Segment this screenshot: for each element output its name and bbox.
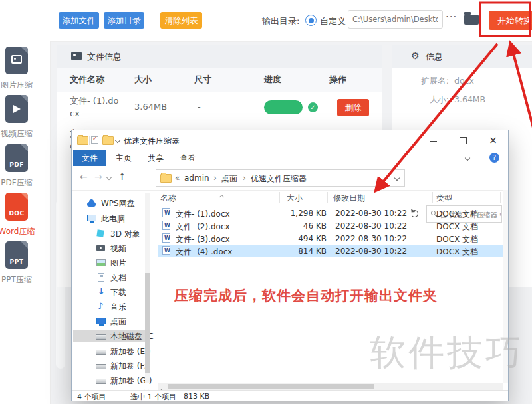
image-file-icon	[5, 47, 28, 74]
file-name: 文件- (1).docx	[176, 209, 230, 220]
sidebar-item-label: PDF压缩	[0, 177, 43, 189]
file-name: 文件- (3).docx	[176, 234, 230, 245]
column-header: 尺寸	[194, 74, 211, 86]
nav-scrollbar-thumb[interactable]	[145, 273, 150, 373]
status-selected-count: 选中 1 个项目	[130, 392, 176, 402]
file-date: 2022-08-30 10:22	[335, 209, 407, 218]
annotation-note: 压缩完成后，软件会自动打开输出文件夹	[174, 286, 438, 305]
file-type: DOCX 文档	[436, 247, 478, 258]
sidebar-item-label: 视频压缩	[0, 128, 43, 140]
explorer-statusbar: 4 个项目 选中 1 个项目 813 KB	[72, 390, 508, 401]
panel-title: 文件信息	[87, 51, 122, 63]
file-table-header: 文件名称 大小 尺寸 进度 操作	[57, 68, 382, 92]
ppt-file-icon: PPT	[5, 241, 28, 269]
custom-radio-label: 自定义	[320, 15, 346, 27]
app-sidebar: 图片压缩 视频压缩 PDF PDF压缩 DOC Word压缩 PPT PPT压缩	[0, 41, 51, 404]
video-file-icon	[5, 95, 28, 123]
sidebar-item-pdf-compress[interactable]: PDF PDF压缩	[0, 144, 43, 189]
file-date: 2022-08-30 10:22	[335, 234, 407, 243]
word-file-icon	[162, 246, 170, 255]
column-header: 操作	[329, 74, 346, 86]
sidebar-item-ppt-compress[interactable]: PPT PPT压缩	[0, 241, 43, 286]
ext-label: 扩展名:	[392, 76, 449, 87]
sidebar-item-label: Word压缩	[0, 226, 43, 237]
column-header: 进度	[264, 74, 281, 86]
gear-icon	[411, 50, 421, 60]
file-size: 1,298 KB	[271, 209, 327, 218]
delete-button[interactable]: 删除	[337, 99, 369, 116]
progress-bar	[264, 100, 303, 114]
sidebar-item-video-compress[interactable]: 视频压缩	[0, 95, 43, 140]
panel-title: 信息	[426, 51, 443, 63]
column-header: 大小	[134, 74, 152, 86]
picture-icon	[71, 52, 82, 60]
explorer-file-row[interactable]: 文件- (3).docx 494 KB 2022-08-30 10:22 DOC…	[158, 232, 503, 245]
word-file-icon	[162, 208, 170, 217]
doc-file-icon: DOC	[5, 193, 28, 221]
explorer-file-row[interactable]: 文件- (1).docx 1,298 KB 2022-08-30 10:22 D…	[158, 207, 503, 219]
file-size: 494 KB	[271, 234, 327, 243]
start-convert-button[interactable]: 开始转换	[489, 11, 532, 30]
add-directory-button[interactable]: 添加目录	[104, 12, 144, 29]
file-info-panel-header: 文件信息	[57, 45, 382, 68]
done-check-icon: ✓	[308, 102, 318, 112]
file-type: DOCX 文档	[436, 209, 478, 220]
explorer-file-row[interactable]: 文件- (4) .docx 814 KB 2022-08-30 10:22 DO…	[158, 245, 503, 257]
pdf-file-icon: PDF	[5, 144, 28, 172]
clear-list-button[interactable]: 清除列表	[160, 12, 202, 29]
horizontal-scrollbar-thumb[interactable]	[168, 384, 374, 389]
output-path-input[interactable]	[348, 10, 443, 29]
browse-more-button[interactable]: ···	[446, 11, 457, 23]
info-panel-header: 信息	[392, 45, 532, 68]
ext-value: docx	[454, 76, 474, 86]
sidebar-item-label: PPT压缩	[0, 274, 43, 286]
status-item-count: 4 个项目	[77, 392, 106, 402]
output-dir-label: 输出目录:	[262, 15, 299, 27]
word-file-icon	[162, 221, 170, 230]
file-date: 2022-08-30 10:22	[335, 221, 407, 231]
file-size: 3.64MB	[134, 102, 167, 112]
open-folder-icon[interactable]	[464, 15, 479, 25]
screenshot-root: 添加文件 添加目录 清除列表 输出目录: 自定义 ··· 开始转换 图片压缩 视…	[0, 0, 532, 404]
size-value: 3.64MB	[454, 94, 485, 104]
file-type: DOCX 文档	[436, 234, 478, 245]
column-header: 文件名称	[70, 74, 104, 86]
file-type: DOCX 文档	[436, 221, 478, 233]
app-toolbar: 添加文件 添加目录 清除列表 输出目录: 自定义 ··· 开始转换	[0, 0, 532, 42]
explorer-file-row[interactable]: 文件- (2).docx 46 KB 2022-08-30 10:22 DOCX…	[158, 219, 503, 232]
file-date: 2022-08-30 10:22	[335, 247, 407, 256]
sidebar-item-label: 图片压缩	[0, 80, 43, 91]
sidebar-item-image-compress[interactable]: 图片压缩	[0, 47, 43, 91]
file-name: 文件- (4) .docx	[176, 247, 232, 258]
table-row: 文件- (1).docx 3.64MB - ✓ 删除	[57, 92, 382, 124]
watermark: 软件技巧	[370, 329, 524, 377]
word-file-icon	[162, 233, 170, 243]
sidebar-item-word-compress[interactable]: DOC Word压缩	[0, 193, 43, 237]
custom-output-radio[interactable]	[305, 15, 317, 26]
add-file-button[interactable]: 添加文件	[59, 12, 99, 29]
size-label: 大小:	[392, 94, 449, 106]
status-selected-size: 813 KB	[184, 392, 209, 401]
file-size: 814 KB	[271, 247, 327, 256]
file-dims: -	[198, 102, 201, 112]
file-name: 文件- (1).docx	[70, 95, 119, 120]
file-name: 文件- (2).docx	[176, 221, 230, 233]
file-size: 46 KB	[271, 221, 327, 231]
